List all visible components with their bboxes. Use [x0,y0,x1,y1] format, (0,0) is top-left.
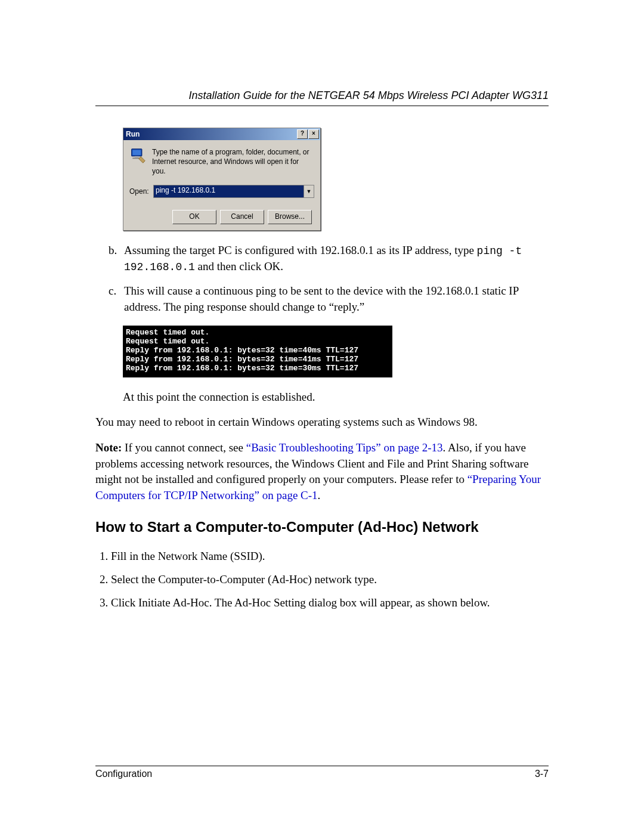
ok-button[interactable]: OK [172,210,216,224]
open-label: Open: [129,187,148,196]
note-label: Note: [95,441,122,454]
run-dialog: Run ? × Type the name of a program, fold [123,128,321,231]
step-b: b. Assuming the target PC is configured … [109,243,549,275]
step-c-text: This will cause a continuous ping to be … [124,283,549,315]
help-button[interactable]: ? [297,129,308,139]
list-item: Click Initiate Ad-Hoc. The Ad-Hoc Settin… [111,595,549,611]
svg-rect-2 [135,156,139,158]
step-marker: c. [109,283,124,315]
chevron-down-icon[interactable]: ▼ [304,185,314,197]
note-paragraph: Note: If you cannot connect, see “Basic … [95,440,549,503]
para-established: At this point the connection is establis… [123,389,549,405]
link-troubleshooting[interactable]: “Basic Troubleshooting Tips” on page 2-1… [246,441,443,454]
run-description: Type the name of a program, folder, docu… [152,147,314,176]
open-input[interactable]: ping -t 192.168.0.1 [154,185,304,197]
footer-section: Configuration [95,769,152,779]
para-reboot: You may need to reboot in certain Window… [95,414,549,431]
run-titlebar: Run ? × [123,128,320,140]
page-footer: Configuration 3-7 [95,766,549,779]
run-title: Run [126,130,140,138]
header-rule [95,106,549,106]
footer-pagenum: 3-7 [535,769,549,779]
open-combobox[interactable]: ping -t 192.168.0.1 ▼ [153,185,314,198]
section-heading-adhoc: How to Start a Computer-to-Computer (Ad-… [95,519,549,535]
list-item: Select the Computer-to-Computer (Ad-Hoc)… [111,572,549,588]
browse-button[interactable]: Browse... [268,210,312,224]
svg-rect-1 [132,150,141,155]
cancel-button[interactable]: Cancel [220,210,264,224]
run-icon [129,147,146,164]
console-output: Request timed out. Request timed out. Re… [123,326,392,377]
close-button[interactable]: × [308,129,319,139]
step-marker: b. [109,243,124,275]
page-header-title: Installation Guide for the NETGEAR 54 Mb… [95,89,549,102]
step-b-text: Assuming the target PC is configured wit… [124,243,549,275]
adhoc-steps-list: Fill in the Network Name (SSID). Select … [95,549,549,611]
step-c: c. This will cause a continuous ping to … [109,283,549,315]
list-item: Fill in the Network Name (SSID). [111,549,549,565]
footer-rule [95,766,549,766]
